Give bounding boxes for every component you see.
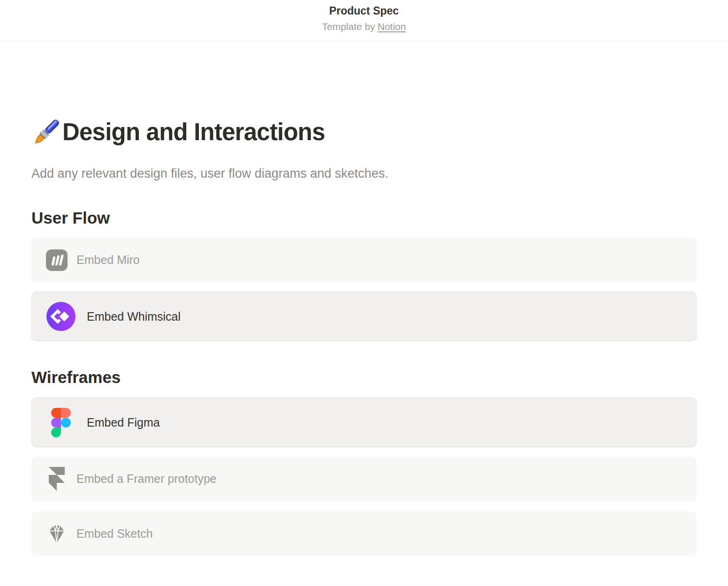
page-body: Design and Interactions Add any relevant… <box>0 117 728 556</box>
embed-row-figma[interactable]: Embed Figma <box>31 398 697 447</box>
section-heading-wireframes: Wireframes <box>31 367 697 388</box>
page-description: Add any relevant design files, user flow… <box>31 165 697 182</box>
page-title-block: Design and Interactions <box>31 117 697 148</box>
embed-label-miro: Embed Miro <box>76 253 140 267</box>
sketch-icon <box>45 523 69 545</box>
embed-row-framer[interactable]: Embed a Framer prototype <box>31 457 697 501</box>
template-byline-text: Template by <box>322 21 375 32</box>
embed-row-whimsical[interactable]: Embed Whimsical <box>31 292 697 341</box>
framer-icon <box>45 467 69 491</box>
embed-label-sketch: Embed Sketch <box>76 527 153 541</box>
embed-label-framer: Embed a Framer prototype <box>76 472 217 486</box>
paintbrush-icon <box>31 117 61 148</box>
embed-row-sketch[interactable]: Embed Sketch <box>31 511 697 556</box>
template-byline: Template byNotion <box>0 20 728 33</box>
figma-icon <box>46 408 76 437</box>
section-heading-user-flow: User Flow <box>31 207 697 228</box>
embed-label-figma: Embed Figma <box>87 416 160 429</box>
doc-header: Product Spec Template byNotion <box>0 0 728 41</box>
page-title: Design and Interactions <box>62 117 325 148</box>
miro-icon <box>45 249 69 271</box>
notion-link[interactable]: Notion <box>378 21 406 32</box>
embed-label-whimsical: Embed Whimsical <box>87 310 181 323</box>
doc-title: Product Spec <box>0 4 728 18</box>
whimsical-icon <box>46 302 76 331</box>
embed-row-miro[interactable]: Embed Miro <box>31 238 697 282</box>
